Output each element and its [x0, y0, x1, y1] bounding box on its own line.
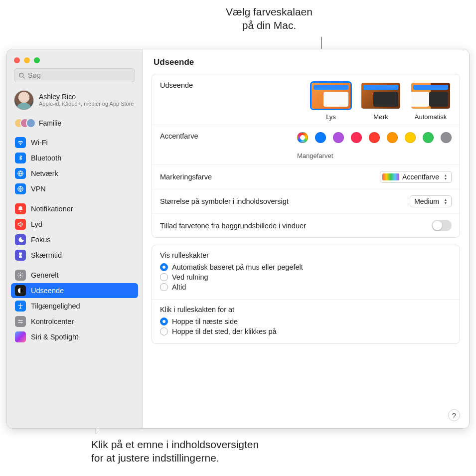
accent-selected-label: Mangefarvet	[297, 152, 333, 159]
close-window-button[interactable]	[14, 57, 20, 63]
sidebar-item-label: Fokus	[31, 236, 51, 244]
general-icon	[15, 270, 26, 281]
scrollbars-title: Vis rulleskakter	[160, 251, 452, 259]
sidebar-item-sound[interactable]: Lyd	[11, 217, 138, 232]
accent-swatch-7[interactable]	[423, 132, 434, 143]
help-button[interactable]: ?	[448, 409, 460, 421]
scroll-click-option-1[interactable]: Hoppe til det sted, der klikkes på	[160, 326, 452, 336]
radio-icon	[160, 327, 168, 335]
chevron-updown-icon: ▴▾	[442, 172, 449, 181]
sidebar-icon-size-value: Medium	[414, 197, 439, 205]
network-icon	[15, 168, 26, 179]
sidebar-item-accessibility[interactable]: Tilgængelighed	[11, 299, 138, 314]
notifications-icon	[15, 203, 26, 214]
svg-line-1	[23, 76, 24, 78]
accent-swatch-2[interactable]	[333, 132, 344, 143]
highlight-value: Accentfarve	[402, 173, 439, 181]
sidebar-item-label: Generelt	[31, 271, 59, 279]
profile-row[interactable]: Ashley Rico Apple-id, iCloud+, medier og…	[7, 87, 142, 115]
scrollbars-option-0[interactable]: Automatisk baseret på mus eller pegefelt	[160, 262, 452, 272]
zoom-window-button[interactable]	[34, 57, 40, 63]
window-controls	[7, 53, 142, 68]
accent-swatch-0[interactable]	[297, 132, 308, 143]
scrollbars-option-label: Altid	[172, 283, 186, 291]
radio-icon	[160, 273, 168, 281]
sidebar-item-label: Wi-Fi	[31, 139, 48, 147]
sidebar-item-bluetooth[interactable]: Bluetooth	[11, 151, 138, 165]
sidebar-item-label: Udseende	[31, 287, 64, 295]
callout-top: Vælg farveskalaenpå din Mac.	[214, 5, 324, 32]
sidebar-icon-size-row: Størrelse på symboler i indholdsoversigt…	[152, 189, 460, 214]
svg-point-6	[20, 304, 21, 305]
wifi-icon	[15, 137, 26, 148]
accessibility-icon	[15, 301, 26, 312]
sidebar-item-label: Tilgængelighed	[31, 302, 80, 310]
sidebar-item-appearance[interactable]: Udseende	[11, 283, 138, 298]
sidebar-item-controlcenter[interactable]: Kontrolcenter	[11, 314, 138, 329]
svg-point-4	[19, 274, 21, 276]
bluetooth-icon	[15, 153, 26, 163]
sidebar-item-wifi[interactable]: Wi-Fi	[11, 135, 138, 150]
wallpaper-tint-toggle[interactable]	[432, 220, 452, 231]
profile-subtitle: Apple-id, iCloud+, medier og App Store	[39, 101, 134, 107]
sidebar-item-general[interactable]: Generelt	[11, 268, 138, 283]
scroll-click-option-0[interactable]: Hoppe til næste side	[160, 317, 452, 326]
scrollbars-panel: Vis rulleskakter Automatisk baseret på m…	[152, 245, 460, 344]
accent-swatch-8[interactable]	[441, 132, 452, 143]
sidebar-item-label: Skærmtid	[31, 251, 62, 259]
accent-label: Accentfarve	[160, 132, 198, 140]
highlight-select[interactable]: Accentfarve ▴▾	[380, 171, 452, 183]
callout-bottom: Klik på et emne i indholdsoversigtenfor …	[91, 438, 259, 465]
accent-swatch-5[interactable]	[387, 132, 398, 143]
sidebar-item-label: Netværk	[31, 169, 58, 177]
sidebar-item-screentime[interactable]: Skærmtid	[11, 248, 138, 263]
highlight-row: Markeringsfarve Accentfarve ▴▾	[152, 165, 460, 189]
vpn-icon	[15, 183, 26, 194]
accent-swatches	[297, 132, 452, 143]
sidebar-nav: Wi-FiBluetoothNetværkVPNNotifikationerLy…	[7, 135, 142, 349]
sidebar-icon-size-select[interactable]: Medium ▴▾	[410, 195, 452, 207]
sidebar-item-label: Kontrolcenter	[31, 317, 74, 325]
accent-swatch-3[interactable]	[351, 132, 362, 143]
scroll-click-title: Klik i rulleskakten for at	[160, 306, 452, 314]
highlight-label: Markeringsfarve	[160, 173, 212, 181]
family-icons	[14, 118, 34, 128]
appearance-option-dark[interactable]: Mørk	[360, 81, 402, 121]
appearance-option-label: Mørk	[373, 113, 388, 121]
accent-swatch-1[interactable]	[315, 132, 326, 143]
accent-swatch-6[interactable]	[405, 132, 416, 143]
svg-point-8	[21, 322, 22, 323]
minimize-window-button[interactable]	[24, 57, 30, 63]
accent-swatch-4[interactable]	[369, 132, 380, 143]
controlcenter-icon	[15, 316, 26, 327]
appearance-option-auto[interactable]: Automatisk	[410, 81, 452, 121]
sound-icon	[15, 219, 26, 230]
radio-icon	[160, 317, 168, 325]
accent-row: Accentfarve Mangefarvet	[152, 125, 460, 165]
sidebar-item-siri[interactable]: Siri & Spotlight	[11, 329, 138, 344]
sidebar-item-focus[interactable]: Fokus	[11, 232, 138, 247]
radio-icon	[160, 263, 168, 271]
search-input[interactable]: Søg	[14, 68, 135, 82]
appearance-icon	[15, 285, 26, 296]
family-row[interactable]: Familie	[7, 115, 142, 135]
profile-name: Ashley Rico	[39, 93, 134, 101]
sidebar-item-notifications[interactable]: Notifikationer	[11, 201, 138, 216]
appearance-option-light[interactable]: Lys	[310, 81, 352, 121]
chevron-updown-icon: ▴▾	[442, 197, 449, 206]
sidebar-item-label: Bluetooth	[31, 154, 61, 162]
sidebar-item-network[interactable]: Netværk	[11, 166, 138, 181]
scrollbars-option-2[interactable]: Altid	[160, 282, 452, 292]
siri-icon	[15, 331, 26, 342]
svg-point-7	[19, 320, 20, 321]
appearance-label: Udseende	[160, 81, 193, 89]
avatar	[14, 90, 34, 110]
highlight-swatch-icon	[382, 173, 399, 180]
scrollbars-option-label: Ved rulning	[172, 273, 208, 281]
sidebar-item-vpn[interactable]: VPN	[11, 181, 138, 196]
screentime-icon	[15, 250, 26, 261]
settings-window: Søg Ashley Rico Apple-id, iCloud+, medie…	[6, 49, 470, 429]
family-label: Familie	[39, 119, 61, 127]
sidebar: Søg Ashley Rico Apple-id, iCloud+, medie…	[7, 49, 143, 428]
scrollbars-option-1[interactable]: Ved rulning	[160, 272, 452, 282]
